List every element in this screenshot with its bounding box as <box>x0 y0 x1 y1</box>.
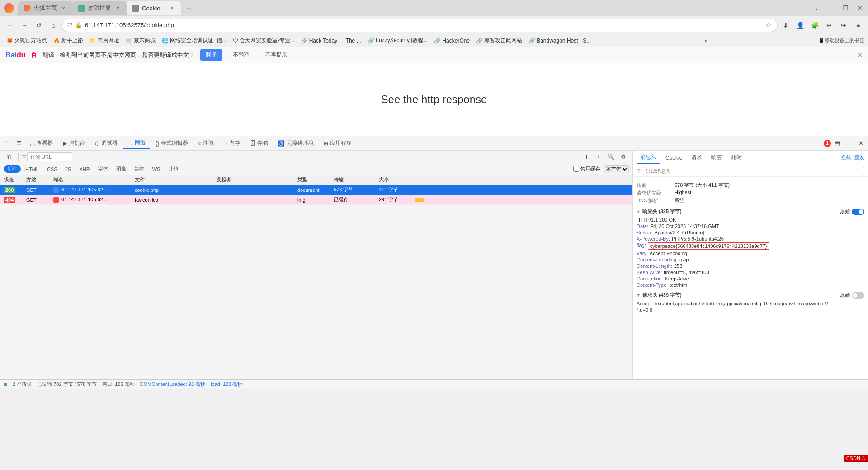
filter-js[interactable]: JS <box>62 166 75 172</box>
bookmark-icon-hacktoday: 🔗 <box>301 38 308 44</box>
devtools-tab-debugger[interactable]: ⬡ 调试器 <box>90 138 122 149</box>
status-dot-area <box>4 383 7 386</box>
devtools-dock-button[interactable]: ⬒ <box>832 138 843 149</box>
refresh-button[interactable]: ↺ <box>33 19 45 32</box>
pause-recording[interactable]: ⏸ <box>580 152 591 162</box>
network-row-cookie[interactable]: 200 GET 61.147.171.105:62... cookie.php … <box>0 185 632 195</box>
filter-all[interactable]: 所有 <box>4 165 21 173</box>
bookmarks-more-button[interactable]: » <box>702 37 710 45</box>
disable-cache-label[interactable]: 禁用缓存 <box>573 166 600 172</box>
tab-cookie[interactable]: Cookie ✕ <box>127 1 181 15</box>
tab-close-attack[interactable]: ✕ <box>114 5 121 12</box>
bookmark-jd[interactable]: 🛒 京东商城 <box>123 36 158 45</box>
block-action[interactable]: 拦截 <box>841 154 851 161</box>
tab-close-cookie[interactable]: ✕ <box>168 5 175 12</box>
bookmark-newbie[interactable]: 🔥 新手上路 <box>51 36 86 45</box>
bookmark-hackerone[interactable]: 🔗 HackerOne <box>431 37 472 45</box>
filter-other[interactable]: 其他 <box>165 165 182 173</box>
devtools-tab-style[interactable]: {} 样式编辑器 <box>151 138 193 149</box>
minimize-button[interactable]: — <box>825 2 837 14</box>
history-forward-button[interactable]: ↪ <box>837 19 850 32</box>
tab-attack[interactable]: 攻防世界 ✕ <box>72 1 127 15</box>
list-all-tabs-button[interactable]: ⌄ <box>810 2 823 14</box>
no-remind-button[interactable]: 不再提示 <box>260 49 292 61</box>
filter-ws[interactable]: WS <box>149 166 164 172</box>
network-row-favicon[interactable]: 404 GET 61.147.171.105:62... favicon.ico… <box>0 195 632 205</box>
bookmark-hetian[interactable]: 🛡 合天网安实验室-专业... <box>230 36 297 45</box>
star-icon[interactable]: ☆ <box>764 21 773 29</box>
mobile-bookmarks-label: 📱移动设备上的书签 <box>818 37 864 44</box>
devtools-tab-inspector[interactable]: ⬚ 查看器 <box>25 138 57 149</box>
resend-action[interactable]: 重发 <box>854 154 864 161</box>
filter-url-area[interactable]: ▽ <box>22 152 72 161</box>
throttle-select[interactable]: 不节流 <box>604 165 629 173</box>
tab-close-homepage[interactable]: ✕ <box>60 5 67 12</box>
bookmark-homepage[interactable]: 🦊 火狐官方站点 <box>4 36 50 45</box>
network-subtoolbar: 🗑 ▽ ⏸ + 🔍 ⚙ <box>0 151 632 163</box>
bookmark-label-common: 常用网址 <box>98 37 119 44</box>
new-tab-button[interactable]: + <box>183 2 195 14</box>
error-count-badge: 1 <box>824 140 831 147</box>
network-settings[interactable]: ⚙ <box>618 152 629 162</box>
devtools-pick-element[interactable]: ⬚ <box>2 138 13 149</box>
raw-toggle[interactable] <box>852 209 864 215</box>
clear-network-log[interactable]: 🗑 <box>4 152 14 162</box>
response-headers-title[interactable]: 响应头 (325 字节) 原始 <box>637 208 864 215</box>
request-headers-title[interactable]: 请求头 (439 字节) 原始 <box>637 292 864 299</box>
filter-css[interactable]: CSS <box>43 166 61 172</box>
devtools-tab-accessibility[interactable]: ♿ 无障碍环境 <box>274 138 318 149</box>
devtools-close-button[interactable]: ✕ <box>855 138 866 149</box>
url-filter-input[interactable] <box>27 152 72 161</box>
headers-tab-response[interactable]: 响应 <box>708 152 726 163</box>
row-method-get2: GET <box>23 197 50 203</box>
filter-font[interactable]: 字体 <box>94 165 112 173</box>
search-requests[interactable]: 🔍 <box>605 152 616 162</box>
devtools-tab-console[interactable]: ▶ 控制台 <box>58 138 90 149</box>
address-bar[interactable]: 🛡 🔒 61.147.171.105:62575/cookie.php ☆ <box>61 19 778 32</box>
devtools-tab-storage[interactable]: 🗄 存储 <box>245 138 273 149</box>
filter-html[interactable]: HTML <box>22 166 42 172</box>
devtools-tab-application[interactable]: ⊞ 应用程序 <box>319 138 356 149</box>
mobile-bookmarks[interactable]: 📱移动设备上的书签 <box>818 37 864 44</box>
filter-xhr[interactable]: XHR <box>75 166 93 172</box>
headers-tab-cookie[interactable]: Cookie <box>662 153 686 163</box>
devtools-responsive[interactable]: ☰ <box>14 138 24 149</box>
download-button[interactable]: ⬇ <box>779 19 792 32</box>
request-headers-title-text: 请求头 (439 字节) <box>642 292 682 299</box>
blocked-icon <box>53 197 59 203</box>
bookmark-bandwagon[interactable]: 🔗 Bandwagon Host - S... <box>526 37 594 45</box>
summary-priority-row: 请求优先级 Highest <box>637 189 864 197</box>
bookmark-common[interactable]: 📁 常用网址 <box>87 36 122 45</box>
bookmark-fuzzy[interactable]: 🔗 FuzzySecurity |教程... <box>365 36 431 45</box>
close-window-button[interactable]: ✕ <box>854 2 866 14</box>
maximize-button[interactable]: ❐ <box>839 2 852 14</box>
headers-tab-timing[interactable]: 耗时 <box>727 152 745 163</box>
no-translate-button[interactable]: 不翻译 <box>227 49 255 61</box>
history-back-button[interactable]: ↩ <box>823 19 835 32</box>
back-button[interactable]: ← <box>4 19 16 32</box>
disable-cache-checkbox[interactable] <box>573 166 579 172</box>
filter-image[interactable]: 图像 <box>113 165 130 173</box>
clear-requests[interactable]: + <box>593 152 604 162</box>
forward-button[interactable]: → <box>18 19 31 32</box>
filter-media[interactable]: 媒体 <box>131 165 148 173</box>
menu-button[interactable]: ≡ <box>852 19 864 32</box>
devtools-tab-network[interactable]: ↑↓ 网络 <box>123 137 150 149</box>
devtools-tab-performance[interactable]: ○ 性能 <box>193 138 218 149</box>
headers-tab-request[interactable]: 请求 <box>688 152 706 163</box>
bookmark-security-training[interactable]: 🌐 网络安全培训认证_信... <box>159 36 229 45</box>
translate-button[interactable]: 翻译 <box>200 49 222 61</box>
headers-filter-input[interactable] <box>643 167 864 175</box>
raw-toggle-req[interactable] <box>852 292 864 299</box>
devtools-tab-memory[interactable]: □ 内存 <box>219 138 244 149</box>
tab-homepage[interactable]: 火狐主页 ✕ <box>18 1 72 15</box>
devtools-more-button[interactable]: … <box>844 138 854 149</box>
headers-tab-message[interactable]: 消息头 <box>637 152 660 164</box>
translation-bar-close[interactable]: ✕ <box>857 51 863 59</box>
account-button[interactable]: 👤 <box>794 19 807 32</box>
bookmark-hacktoday[interactable]: 🔗 Hack Today — The ... <box>298 37 364 45</box>
response-headers-section: 响应头 (325 字节) 原始 HTTP/1.1 200 OK Date: Fr… <box>637 208 864 288</box>
extensions-button[interactable]: 🧩 <box>808 19 821 32</box>
home-button[interactable]: ⌂ <box>47 19 60 32</box>
bookmark-blackhat[interactable]: 🔗 黑客攻击此网站 <box>473 36 525 45</box>
